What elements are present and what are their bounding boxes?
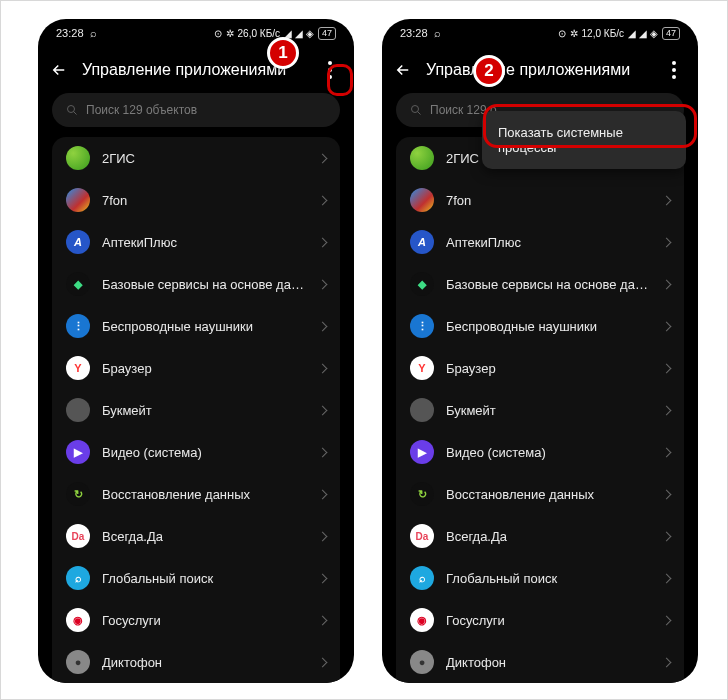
app-icon: ⋮ (66, 314, 90, 338)
search-status-icon: ⌕ (90, 27, 97, 39)
app-icon: A (410, 230, 434, 254)
app-row[interactable]: 2ГИС (52, 137, 340, 179)
app-row[interactable]: AАптекиПлюс (396, 221, 684, 263)
chevron-right-icon (318, 447, 328, 457)
chevron-right-icon (318, 321, 328, 331)
chevron-right-icon (318, 405, 328, 415)
app-name-label: Видео (система) (102, 445, 307, 460)
status-bar: 23:28 ⌕ ⊙ ✲ 12,0 КБ/с ◢ ◢ ◈ 47 (382, 19, 698, 47)
alarm-icon: ⊙ (214, 28, 222, 39)
search-status-icon: ⌕ (434, 27, 441, 39)
battery-indicator: 47 (318, 27, 336, 40)
app-row[interactable]: ⋮Беспроводные наушники (52, 305, 340, 347)
wifi-icon: ◈ (306, 28, 314, 39)
app-row[interactable]: ◉Госуслуги (52, 599, 340, 641)
app-icon (66, 146, 90, 170)
chevron-right-icon (662, 321, 672, 331)
app-name-label: Букмейт (102, 403, 307, 418)
app-icon: ⌕ (410, 566, 434, 590)
app-row[interactable]: Букмейт (52, 389, 340, 431)
chevron-right-icon (318, 195, 328, 205)
app-row[interactable]: YБраузер (396, 347, 684, 389)
app-row[interactable]: ⌕Глобальный поиск (396, 557, 684, 599)
chevron-right-icon (662, 531, 672, 541)
chevron-right-icon (318, 489, 328, 499)
net-speed: 26,0 КБ/с (238, 28, 280, 39)
app-icon: Y (410, 356, 434, 380)
chevron-right-icon (662, 489, 672, 499)
app-row[interactable]: ◉Госуслуги (396, 599, 684, 641)
app-row[interactable]: ⋮Беспроводные наушники (396, 305, 684, 347)
app-row[interactable]: DaВсегда.Да (396, 515, 684, 557)
app-row[interactable]: ↻Восстановление данных (52, 473, 340, 515)
status-time: 23:28 (56, 27, 84, 39)
app-name-label: Диктофон (446, 655, 651, 670)
status-time: 23:28 (400, 27, 428, 39)
app-list-1: 2ГИС7fonAАптекиПлюс◆Базовые сервисы на о… (52, 137, 340, 683)
app-icon: ● (66, 650, 90, 674)
app-icon: Y (66, 356, 90, 380)
app-icon (410, 398, 434, 422)
svg-point-1 (412, 106, 419, 113)
signal-icon-2: ◢ (639, 28, 646, 39)
search-input[interactable]: Поиск 129 объектов (52, 93, 340, 127)
app-row[interactable]: ◆Базовые сервисы на основе данных (396, 263, 684, 305)
signal-icon: ◢ (628, 28, 635, 39)
app-row[interactable]: ▶Видео (система) (396, 431, 684, 473)
battery-indicator: 47 (662, 27, 680, 40)
app-name-label: Госуслуги (446, 613, 651, 628)
app-name-label: Всегда.Да (102, 529, 307, 544)
app-name-label: Браузер (102, 361, 307, 376)
app-icon (410, 146, 434, 170)
app-name-label: АптекиПлюс (446, 235, 651, 250)
app-header: Управление приложениями (382, 47, 698, 93)
app-row[interactable]: YБраузер (52, 347, 340, 389)
chevron-right-icon (662, 573, 672, 583)
app-row[interactable]: ▶Видео (система) (52, 431, 340, 473)
app-row[interactable]: AАптекиПлюс (52, 221, 340, 263)
app-name-label: Диктофон (102, 655, 307, 670)
app-row[interactable]: 7fon (52, 179, 340, 221)
chevron-right-icon (662, 195, 672, 205)
app-list-2: 2ГИС7fonAАптекиПлюс◆Базовые сервисы на о… (396, 137, 684, 683)
chevron-right-icon (318, 237, 328, 247)
app-row[interactable]: 7fon (396, 179, 684, 221)
app-icon: ↻ (410, 482, 434, 506)
app-icon: ▶ (66, 440, 90, 464)
back-button[interactable] (394, 61, 412, 79)
phone-screenshot-1: 23:28 ⌕ ⊙ ✲ 26,0 КБ/с ◢ ◢ ◈ 47 Управлени… (38, 19, 354, 683)
app-row[interactable]: ◆Базовые сервисы на основе данных (52, 263, 340, 305)
more-options-button[interactable] (662, 58, 686, 82)
app-name-label: Видео (система) (446, 445, 651, 460)
app-name-label: Всегда.Да (446, 529, 651, 544)
chevron-right-icon (318, 279, 328, 289)
app-row[interactable]: Букмейт (396, 389, 684, 431)
app-icon: ↻ (66, 482, 90, 506)
callout-highlight-1 (327, 64, 353, 96)
chevron-right-icon (662, 615, 672, 625)
wifi-icon: ◈ (650, 28, 658, 39)
callout-badge-1: 1 (267, 37, 299, 69)
app-icon: ◉ (66, 608, 90, 632)
callout-badge-2: 2 (473, 55, 505, 87)
app-icon: ⌕ (66, 566, 90, 590)
app-icon: Da (66, 524, 90, 548)
chevron-right-icon (318, 153, 328, 163)
app-row[interactable]: DaВсегда.Да (52, 515, 340, 557)
bluetooth-icon: ✲ (570, 28, 578, 39)
signal-icon-2: ◢ (295, 28, 302, 39)
app-icon: ◉ (410, 608, 434, 632)
app-name-label: Восстановление данных (102, 487, 307, 502)
app-name-label: Госуслуги (102, 613, 307, 628)
app-header: Управление приложениями (38, 47, 354, 93)
app-row[interactable]: ●Диктофон (396, 641, 684, 683)
app-icon (66, 398, 90, 422)
app-row[interactable]: ⌕Глобальный поиск (52, 557, 340, 599)
app-name-label: Браузер (446, 361, 651, 376)
app-row[interactable]: ↻Восстановление данных (396, 473, 684, 515)
back-button[interactable] (50, 61, 68, 79)
app-icon: ◆ (66, 272, 90, 296)
app-row[interactable]: ●Диктофон (52, 641, 340, 683)
search-icon (66, 104, 78, 116)
app-name-label: Беспроводные наушники (102, 319, 307, 334)
